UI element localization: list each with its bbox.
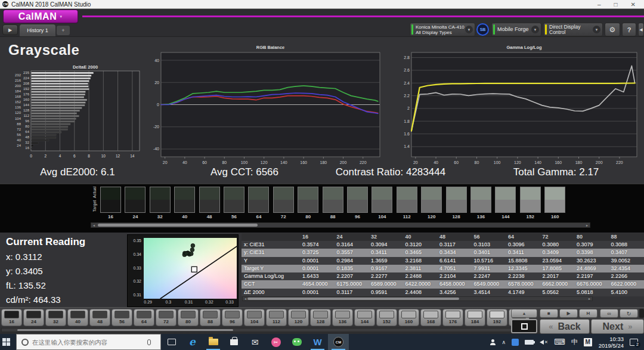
minimize-button[interactable]: – — [597, 1, 601, 8]
pattern-scrollbar-thumb[interactable] — [17, 329, 233, 331]
pattern-button-152[interactable]: 152 — [376, 309, 397, 326]
loop-button[interactable]: ∞ — [600, 309, 618, 318]
back-button[interactable]: « Back — [540, 319, 590, 334]
collapse-button[interactable]: ◀ — [638, 23, 644, 36]
taskbar-app-file-explorer[interactable] — [203, 334, 224, 350]
taskbar-app-edge[interactable]: e — [182, 334, 203, 350]
start-button[interactable] — [0, 334, 16, 350]
pattern-button-112[interactable]: 112 — [266, 309, 287, 326]
pattern-button-136[interactable]: 136 — [332, 309, 353, 326]
maximize-button[interactable]: □ — [614, 1, 618, 8]
pattern-button-80[interactable]: 80 — [178, 309, 199, 326]
sb-badge[interactable]: SB — [476, 23, 489, 36]
mail-icon: ✉ — [252, 338, 259, 346]
table-cell: 0.3117 — [438, 241, 473, 249]
table-scrollbar[interactable]: ◄ ► — [242, 296, 593, 301]
taskbar-app-store[interactable] — [224, 334, 244, 350]
pattern-button-40[interactable]: 40 — [67, 309, 88, 326]
calman-logo-menu[interactable]: CalMAN ▼ — [4, 10, 78, 23]
pattern-swatch — [26, 311, 41, 318]
taskbar-app-calman[interactable]: CM — [328, 334, 349, 350]
refresh-button[interactable]: ↻ — [620, 309, 638, 318]
settings-button[interactable]: ⚙ — [605, 23, 620, 36]
pattern-button-128[interactable]: 128 — [310, 309, 331, 326]
svg-text:72: 72 — [17, 128, 21, 131]
pattern-button-104[interactable]: 104 — [244, 309, 265, 326]
actual-swatch — [496, 187, 515, 200]
pattern-up-button[interactable]: ▲ — [511, 309, 537, 318]
pattern-button-24[interactable]: 24 — [23, 309, 44, 326]
action-center-icon[interactable]: 2 — [630, 339, 638, 346]
scroll-left-icon[interactable]: ◄ — [92, 224, 95, 227]
chevron-up-icon[interactable]: ∧ — [502, 339, 506, 345]
volume-muted-icon[interactable]: ✕ — [540, 340, 548, 345]
pattern-button-56[interactable]: 56 — [112, 309, 132, 326]
pattern-button-168[interactable]: 168 — [420, 309, 441, 326]
microphone-icon[interactable] — [147, 339, 151, 345]
grayscale-swatch-48 — [199, 187, 220, 213]
help-button[interactable]: ? — [622, 23, 636, 36]
pattern-button-176[interactable]: 176 — [442, 309, 463, 326]
stop-button[interactable]: ■ — [540, 309, 558, 318]
pattern-button-120[interactable]: 120 — [288, 309, 309, 326]
svg-text:-20: -20 — [153, 125, 159, 129]
pattern-button-144[interactable]: 144 — [354, 309, 375, 326]
ime-language-indicator[interactable]: 中 — [571, 337, 578, 346]
cloud-icon[interactable] — [512, 339, 519, 346]
taskbar-app-mail[interactable]: ✉ — [244, 334, 265, 350]
svg-text:0: 0 — [30, 154, 32, 158]
table-scrollbar-thumb[interactable] — [247, 298, 459, 300]
table-cell: 0.0001 — [301, 257, 336, 265]
svg-text:192: 192 — [23, 87, 30, 91]
ime-mode-indicator[interactable]: M — [584, 338, 592, 346]
taskbar-app-wps[interactable]: W — [307, 334, 328, 350]
keyboard-icon[interactable]: ⌨ — [554, 337, 565, 346]
tab-play-button[interactable]: ▶ — [2, 24, 18, 35]
taskbar-search[interactable] — [16, 334, 161, 350]
table-row: ΔE 20000.00010.31170.95912.44083.42563.4… — [242, 289, 644, 296]
source-dropdown[interactable]: Mobile Forge ▼ — [491, 23, 541, 36]
swatch-level-label: 80 — [298, 214, 318, 219]
pattern-scrollbar[interactable]: ► — [1, 328, 534, 332]
pattern-button-32[interactable]: 32 — [45, 309, 66, 326]
next-button[interactable]: Next » — [591, 319, 644, 334]
taskbar-app-task-view[interactable] — [161, 334, 182, 350]
pattern-button-16[interactable]: 16 — [1, 309, 22, 326]
table-cell: 6422.0000 — [404, 280, 439, 288]
svg-text:1.8: 1.8 — [404, 119, 410, 123]
taskbar-app-wechat[interactable] — [286, 334, 307, 350]
pattern-button-72[interactable]: 72 — [156, 309, 177, 326]
battery-icon[interactable] — [525, 340, 534, 345]
meter-mode: All Display Types — [416, 30, 465, 35]
table-cell: 3.2168 — [404, 257, 439, 265]
close-button[interactable]: ✕ — [631, 1, 636, 8]
pattern-button-192[interactable]: 192 — [487, 309, 507, 326]
tab-history-1[interactable]: History 1 — [20, 24, 55, 36]
table-row: CCT4654.00006175.00006589.00006422.00006… — [242, 280, 644, 288]
strip-scrollbar[interactable]: ◄ ► — [91, 222, 590, 228]
add-tab-button[interactable]: + — [57, 26, 70, 35]
step-button[interactable]: H — [579, 309, 597, 318]
meter-dropdown[interactable]: Konica Minolta CA-410 All Display Types … — [410, 23, 475, 36]
pattern-button-64[interactable]: 64 — [134, 309, 154, 326]
search-input[interactable] — [32, 339, 143, 346]
scroll-right-icon[interactable]: ► — [588, 297, 591, 301]
scroll-left-icon[interactable]: ◄ — [244, 297, 247, 301]
people-icon[interactable] — [490, 339, 496, 345]
pattern-button-160[interactable]: 160 — [398, 309, 419, 326]
pattern-button-184[interactable]: 184 — [465, 309, 485, 326]
grayscale-swatch-128 — [446, 187, 467, 213]
play-button[interactable]: ▶ — [559, 309, 578, 318]
scroll-right-icon[interactable]: ► — [586, 224, 589, 227]
display-control-dropdown[interactable]: Direct Display Control ▼ — [543, 23, 603, 36]
pattern-button-88[interactable]: 88 — [200, 309, 221, 326]
taskbar-clock[interactable]: 10:33 2019/5/24 — [599, 336, 624, 349]
pattern-button-96[interactable]: 96 — [222, 309, 243, 326]
gear-icon: ⚙ — [609, 26, 616, 34]
pattern-window-button[interactable] — [511, 319, 537, 333]
strip-scrollbar-thumb[interactable] — [98, 224, 258, 227]
svg-text:1.4: 1.4 — [404, 144, 410, 148]
taskbar-app-clip[interactable]: ✂ — [265, 334, 286, 350]
svg-text:Gamma Log/Log: Gamma Log/Log — [506, 45, 542, 50]
pattern-button-48[interactable]: 48 — [89, 309, 110, 326]
